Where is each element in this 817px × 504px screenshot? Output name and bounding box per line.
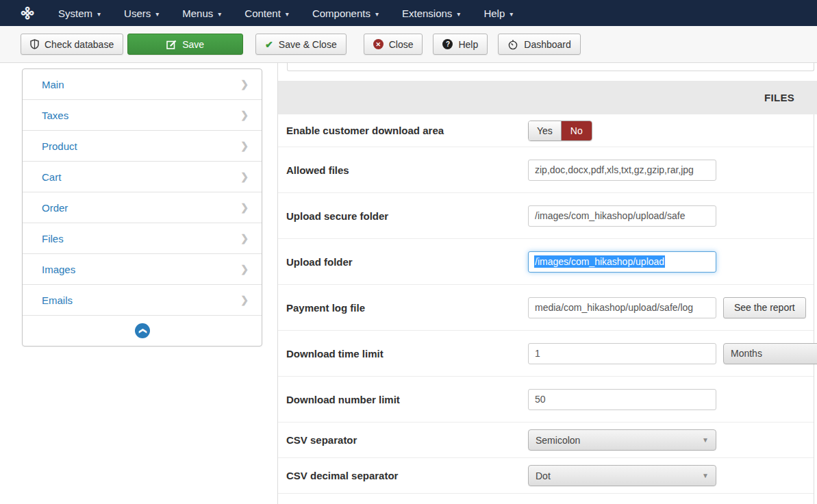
upload-secure-folder-input[interactable] xyxy=(528,205,716,227)
files-section-header: FILES xyxy=(278,81,817,114)
sidebar-item-images[interactable]: Images❯ xyxy=(23,254,262,285)
menu-help-label: Help xyxy=(483,8,505,19)
setting-row-upload-secure-folder: Upload secure folder xyxy=(278,193,814,239)
files-section-title: FILES xyxy=(764,92,794,103)
menu-menus-label: Menus xyxy=(182,8,213,19)
menu-extensions-label: Extensions xyxy=(402,8,452,19)
files-settings-rows: Enable customer download area Yes No All… xyxy=(278,114,814,504)
menu-system-label: System xyxy=(58,8,92,19)
sidebar-item-cart[interactable]: Cart❯ xyxy=(23,162,262,192)
dashboard-button[interactable]: Dashboard xyxy=(498,34,581,55)
setting-label: Allowed files xyxy=(278,164,528,176)
setting-row-download-time-limit: Download time limit Months xyxy=(278,331,814,377)
toggle-no-button[interactable]: No xyxy=(562,121,592,140)
dashboard-label: Dashboard xyxy=(524,39,571,50)
setting-label: Download time limit xyxy=(278,348,528,360)
chevron-up-circle-icon: ❯ xyxy=(135,323,150,338)
dashboard-gauge-icon xyxy=(507,39,518,50)
caret-down-icon: ▾ xyxy=(97,9,101,18)
check-database-label: Check database xyxy=(45,39,114,50)
csv-decimal-separator-value: Dot xyxy=(536,470,551,481)
setting-row-allowed-files: Allowed files xyxy=(278,147,814,193)
sidebar-item-emails[interactable]: Emails❯ xyxy=(23,285,262,316)
setting-label: CSV separator xyxy=(278,434,528,446)
sidebar-item-label: Taxes xyxy=(42,110,68,121)
sidebar-item-product[interactable]: Product❯ xyxy=(23,131,262,162)
chevron-right-icon: ❯ xyxy=(240,140,249,151)
save-and-close-button[interactable]: ✔ Save & Close xyxy=(255,34,347,55)
save-button[interactable]: Save xyxy=(127,34,243,55)
chevron-right-icon: ❯ xyxy=(240,202,249,213)
sidebar-item-label: Order xyxy=(42,202,68,214)
see-report-button[interactable]: See the report xyxy=(723,297,806,318)
close-label: Close xyxy=(389,39,414,50)
select-arrow-icon: ▼ xyxy=(702,436,709,444)
menu-system[interactable]: System▾ xyxy=(58,8,101,19)
setting-label: Download number limit xyxy=(278,394,528,405)
sidebar-item-label: Emails xyxy=(42,294,73,306)
setting-label: Enable customer download area xyxy=(278,125,528,136)
chevron-right-icon: ❯ xyxy=(240,264,249,275)
sidebar-item-order[interactable]: Order❯ xyxy=(23,192,262,223)
sidebar-item-files[interactable]: Files❯ xyxy=(23,223,262,254)
caret-down-icon: ▾ xyxy=(510,9,513,18)
menu-content-label: Content xyxy=(244,8,281,19)
help-button[interactable]: ? Help xyxy=(433,34,488,55)
menu-help[interactable]: Help▾ xyxy=(483,8,513,19)
menu-components-label: Components xyxy=(312,8,370,19)
save-label: Save xyxy=(182,39,204,50)
download-time-limit-input[interactable] xyxy=(528,343,716,364)
question-circle-icon: ? xyxy=(442,39,453,49)
chevron-right-icon: ❯ xyxy=(240,79,249,90)
caret-down-icon: ▾ xyxy=(286,9,289,18)
csv-separator-value: Semicolon xyxy=(536,435,580,446)
payment-log-file-input[interactable] xyxy=(528,297,716,318)
toggle-yes-button[interactable]: Yes xyxy=(529,121,562,140)
sidebar-item-label: Cart xyxy=(42,171,61,183)
menu-components[interactable]: Components▾ xyxy=(312,8,379,19)
download-area-toggle: Yes No xyxy=(528,121,592,141)
sidebar-item-main[interactable]: Main❯ xyxy=(23,69,262,100)
menu-menus[interactable]: Menus▾ xyxy=(182,8,221,19)
save-icon xyxy=(166,39,177,49)
setting-label: Upload secure folder xyxy=(278,210,528,222)
sidebar-collapse-control[interactable]: ❯ xyxy=(23,316,262,346)
setting-label: CSV decimal separator xyxy=(278,470,528,481)
chevron-right-icon: ❯ xyxy=(240,233,249,244)
upload-folder-input[interactable]: /images/com_hikashop/upload xyxy=(528,251,716,273)
shield-icon xyxy=(30,39,39,49)
sidebar-item-label: Images xyxy=(42,264,75,275)
chevron-right-icon: ❯ xyxy=(240,294,249,305)
save-and-close-label: Save & Close xyxy=(279,39,337,50)
selected-text: /images/com_hikashop/upload xyxy=(534,255,665,268)
setting-row-csv-decimal-separator: CSV decimal separator Dot ▼ xyxy=(278,458,814,494)
menu-extensions[interactable]: Extensions▾ xyxy=(402,8,460,19)
previous-section-edge xyxy=(287,62,814,71)
checkmark-icon: ✔ xyxy=(265,39,273,50)
chevron-right-icon: ❯ xyxy=(240,171,249,182)
allowed-files-input[interactable] xyxy=(528,160,716,181)
sidebar-item-label: Files xyxy=(42,233,64,244)
sidebar-item-taxes[interactable]: Taxes❯ xyxy=(23,100,262,131)
caret-down-icon: ▾ xyxy=(218,9,221,18)
setting-row-download-number-limit: Download number limit xyxy=(278,377,814,423)
close-button[interactable]: ✕ Close xyxy=(364,34,423,55)
action-toolbar: Check database Save ✔ Save & Close ✕ Clo… xyxy=(0,26,817,63)
setting-row-upload-folder: Upload folder /images/com_hikashop/uploa… xyxy=(278,239,814,285)
setting-row-download-area: Enable customer download area Yes No xyxy=(278,114,814,147)
setting-row-csv-separator: CSV separator Semicolon ▼ xyxy=(278,423,814,458)
menu-content[interactable]: Content▾ xyxy=(244,8,289,19)
joomla-logo-icon[interactable]: ⌘ xyxy=(18,5,35,21)
time-unit-select[interactable]: Months xyxy=(723,343,817,364)
check-database-button[interactable]: Check database xyxy=(21,34,123,55)
download-number-limit-input[interactable] xyxy=(528,389,716,410)
caret-down-icon: ▾ xyxy=(457,9,460,18)
time-unit-value: Months xyxy=(731,348,762,359)
menu-users[interactable]: Users▾ xyxy=(124,8,159,19)
chevron-right-icon: ❯ xyxy=(240,110,249,121)
csv-decimal-separator-select[interactable]: Dot ▼ xyxy=(528,465,716,486)
setting-label: Upload folder xyxy=(278,256,528,268)
menu-users-label: Users xyxy=(124,8,151,19)
csv-separator-select[interactable]: Semicolon ▼ xyxy=(528,429,716,451)
config-sidebar: Main❯ Taxes❯ Product❯ Cart❯ Order❯ Files… xyxy=(22,68,262,346)
